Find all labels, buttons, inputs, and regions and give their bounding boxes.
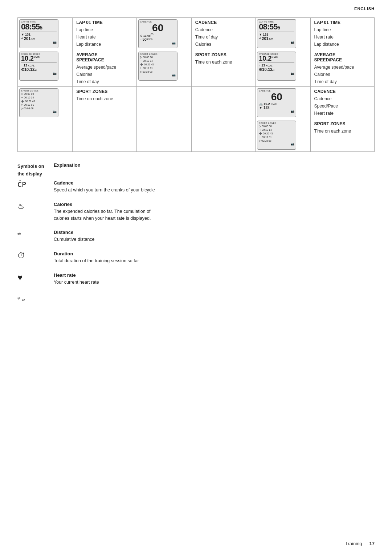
symbol-row-duration: ⏱ Duration Total duration of the trainin… (17, 250, 375, 266)
symbol-gap-2 (17, 223, 375, 228)
symbol-row-cadence: ĈP Cadence Speed at which you turn the c… (17, 179, 375, 195)
device-cell-sportzones2: SPORT ZONES ▷ 00:0000 ⊣ 00:1014 ➕ 00:264… (18, 87, 73, 119)
text-cell-lap01-2-header: LAP 01 TIME Lap time Heart rate Lap dist… (310, 18, 375, 50)
symbol-exp-distance: Distance Cumulative distance (54, 228, 177, 244)
symbols-header-symbol: Symbols on the display (17, 161, 54, 179)
device-cell-avgspeed2: AVERAGE SPEED 10.2KM/H ⬩ 13 KCAL ⊙10:12₄… (256, 50, 310, 87)
symbols-section: Symbols on the display Explanation ĈP Ca… (17, 161, 375, 303)
footer-page-number: 17 (369, 541, 375, 546)
symbol-exp-lapdist (54, 292, 177, 303)
symbols-header-explanation: Explanation (54, 161, 177, 179)
device-cell-sportzones3: SPORT ZONES ▷ 00:0000 ⊣ 00:1014 ➕ 00:264… (256, 119, 310, 152)
text-cell-cadence2-header: CADENCE Cadence Speed/Pace Heart rate (310, 87, 375, 119)
footer-training-label: Training (345, 541, 362, 546)
device-screen-lap01-1: LAP·01·TIME 08:555 ▼ 131 ⇌ 201 KM 📷 (19, 19, 58, 48)
device-cell-avgspeed1: AVERAGE SPEED 10.2KM/H ⬩ 13 KCAL ⊙10:12₄… (18, 50, 73, 87)
device-screen-sportzones3: SPORT ZONES ▷ 00:0000 ⊣ 00:1014 ➕ 00:264… (257, 121, 296, 150)
symbol-row-distance: ⇌ Distance Cumulative distance (17, 228, 375, 244)
symbol-icon-lapdist: ⇌LAP (17, 292, 54, 303)
symbol-col3-heartrate (177, 271, 375, 287)
device-screen-avgspeed2: AVERAGE SPEED 10.2KM/H ⬩ 13 KCAL ⊙10:12₄… (257, 52, 296, 81)
symbols-table: Symbols on the display Explanation ĈP Ca… (17, 161, 375, 303)
symbol-row-calories: ♨ Calories The expended calories so far.… (17, 200, 375, 223)
text-cell-avgspeed2-header: AVERAGESPEED/PACE Average speed/pace Cal… (310, 50, 375, 87)
symbol-exp-cadence: Cadence Speed at which you turn the cran… (54, 179, 177, 195)
symbol-icon-distance: ⇌ (17, 228, 54, 244)
text-cell-lap01-header: LAP 01 TIME Lap time Heart rate Lap dist… (73, 18, 136, 50)
text-cell-empty2 (73, 119, 136, 152)
symbol-gap-4 (17, 266, 375, 271)
symbol-row-lapdist: ⇌LAP (17, 292, 375, 303)
symbol-col3-calories (177, 200, 375, 223)
symbol-col3-cadence (177, 179, 375, 195)
device-screen-lap01-2: LAP·01·TIME 08:555 ▼ 131 ⇌ 201 KM 📷 (257, 19, 296, 48)
device-cell-sportzones1: SPORT ZONES ▷ 00:0000 ⊣ 00:1014 ➕ 00:264… (136, 50, 191, 87)
text-cell-sportzones-header: SPORT ZONES Time on each zone (191, 50, 255, 87)
symbol-row-heartrate: ♥ Heart rate Your current heart rate (17, 271, 375, 287)
text-cell-avgspeed-header: AVERAGESPEED/PACE Average speed/pace Cal… (73, 50, 136, 87)
symbol-exp-duration: Duration Total duration of the training … (54, 250, 177, 266)
symbol-col3-duration (177, 250, 375, 266)
symbol-icon-calories: ♨ (17, 200, 54, 223)
symbol-exp-heartrate: Heart rate Your current heart rate (54, 271, 177, 287)
device-cell-cadence2: CADENCE 60 🚲 10.2 KM/H ▼ 128 📷 (256, 87, 310, 119)
symbol-col3-distance (177, 228, 375, 244)
text-cell-cadence-header: CADENCE Cadence Time of day Calories (191, 18, 255, 50)
text-cell-sportzones2-header: SPORT ZONES Time on each zone (73, 87, 136, 119)
symbol-icon-cadence: ĈP (17, 179, 54, 195)
text-cell-empty1 (191, 87, 255, 119)
device-cell-empty3 (136, 119, 191, 152)
main-grid-table: LAP·01·TIME 08:555 ▼ 131 ⇌ 201 KM 📷 (17, 17, 375, 152)
device-cell-empty2 (18, 119, 73, 152)
device-screen-cadence2: CADENCE 60 🚲 10.2 KM/H ▼ 128 📷 (257, 88, 296, 117)
page-language-label: ENGLISH (0, 0, 392, 14)
page-footer: Training 17 (345, 541, 375, 546)
device-screen-sportzones1: SPORT ZONES ▷ 00:0000 ⊣ 00:1014 ➕ 00:264… (138, 52, 177, 81)
symbol-gap-5 (17, 287, 375, 292)
symbol-exp-calories: Calories The expended calories so far. T… (54, 200, 177, 223)
text-cell-empty3 (191, 119, 255, 152)
device-cell-cadence1: CADENCE 60 ⊙ 11:0505 ⬩ 50 KCAL 📷 (136, 18, 191, 50)
device-screen-avgspeed1: AVERAGE SPEED 10.2KM/H ⬩ 13 KCAL ⊙10:12₄… (19, 52, 58, 81)
text-cell-sportzones3-header: SPORT ZONES Time on each zone (310, 119, 375, 152)
symbol-gap-1 (17, 195, 375, 200)
device-cell-lap01: LAP·01·TIME 08:555 ▼ 131 ⇌ 201 KM 📷 (18, 18, 73, 50)
symbol-icon-heartrate: ♥ (17, 271, 54, 287)
device-cell-lap01-2: LAP·01·TIME 08:555 ▼ 131 ⇌ 201 KM 📷 (256, 18, 310, 50)
symbol-col3-lapdist (177, 292, 375, 303)
symbol-gap-3 (17, 244, 375, 250)
device-screen-cadence1: CADENCE 60 ⊙ 11:0505 ⬩ 50 KCAL 📷 (138, 19, 177, 48)
symbol-icon-duration: ⏱ (17, 250, 54, 266)
device-cell-empty1 (136, 87, 191, 119)
symbols-header-empty (177, 161, 375, 179)
device-screen-sportzones2: SPORT ZONES ▷ 00:0000 ⊣ 00:1014 ➕ 00:264… (19, 88, 58, 117)
